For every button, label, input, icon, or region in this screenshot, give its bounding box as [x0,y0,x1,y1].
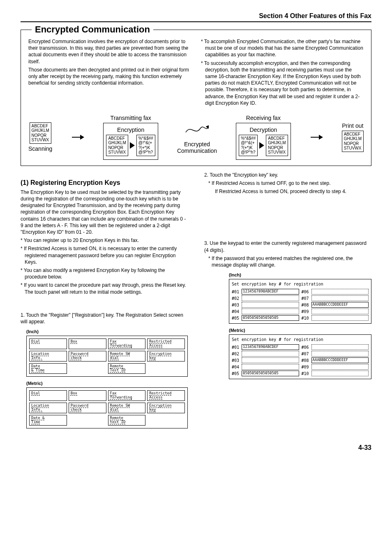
reg-btn-encryption-key[interactable]: Encryption key [147,403,185,413]
page-number: 4-33 [21,444,371,451]
enc-slot-04[interactable] [242,364,299,370]
enc-id-08: #08 [302,358,309,363]
plain-text-box-4: ABCDEF GHIJKLM NOPQR STUVWX [342,131,364,152]
register-para: The Encryption Key to be used must be se… [21,189,188,235]
enc-slot-08[interactable]: AAABBBCCCDDDEEEF [311,357,369,363]
reg-btn-date-time[interactable]: Date & Time [29,415,67,426]
register-note-2: * If Restricted Access is turned ON, it … [21,245,188,265]
enc-slot-07[interactable] [311,295,369,301]
caption-decryption: Decryption [239,127,288,133]
plain-text-box-3: ABCDEF GHIJKLM NOPQR STUVWX [266,135,288,156]
reg-btn-box[interactable]: Box [69,390,106,401]
reg-btn-remote-test-id[interactable]: Remote test ID [108,415,146,426]
cipher-text-box-1: %*&$## @!^&(+ ?(+*)K @!P^h? [136,135,155,156]
reg-btn-encryption-key[interactable]: Encryption key [147,351,185,362]
enc-screen-inch: Set encryption key # for registration #0… [229,279,371,324]
enc-id-07: #07 [302,296,309,301]
svg-marker-2 [130,142,135,149]
reg-btn-password-check[interactable]: Password check [69,351,106,362]
triangle-right-icon [259,142,264,149]
reg-btn-fax-forwarding[interactable]: Fax forwarding [108,339,146,349]
label-metric: (Metric) [229,328,371,333]
enc-slot-03[interactable] [242,302,299,308]
reg-btn-dial[interactable]: Dial [29,339,67,349]
label-inch: (Inch) [229,272,371,277]
label-metric: (Metric) [26,381,188,386]
register-note-3: * You can also modify a registered Encry… [21,267,188,280]
intro-right-1: * To accomplish Encrypted Communication,… [201,38,364,58]
enc-slot-03[interactable] [242,357,299,363]
enc-slot-07[interactable] [311,351,369,357]
reg-btn-fax-forwarding[interactable]: Fax forwarding [108,390,146,401]
caption-printout: Print out [342,122,364,129]
enc-id-05: #05 [232,371,239,376]
reg-screen-inch: Dial Box Fax forwarding Restricted Acces… [26,336,188,377]
enc-screen-title: Set encryption key # for registration [232,282,369,286]
enc-id-09: #09 [302,365,309,369]
reg-btn-date-time[interactable]: Date & Time [29,363,67,374]
enc-id-03: #03 [232,358,239,363]
caption-scanning: Scanning [28,145,52,152]
caption-transmitting: Transmitting fax [103,115,158,121]
triangle-right-icon [130,142,135,149]
step-2-note-2: If Restricted Access is turned ON, proce… [204,188,371,195]
main-box: Encrypted Communication Encrypted Commun… [21,30,371,166]
enc-id-09: #09 [302,309,309,314]
reg-btn-password-check[interactable]: Password check [69,403,106,413]
enc-id-04: #04 [232,365,239,369]
arrow-right-icon [71,133,84,141]
arrow-right-icon [310,133,323,141]
step-3: 3. Use the keypad to enter the currently… [204,240,371,253]
enc-id-02: #02 [232,296,239,301]
reg-btn-remote-test-id[interactable]: Remote Test ID [108,363,146,374]
enc-id-03: #03 [232,303,239,307]
svg-marker-6 [319,135,323,140]
reg-btn-remote-sw-dial[interactable]: Remote SW dial [108,351,146,362]
enc-slot-05[interactable]: 0505050505050505 [242,371,299,376]
enc-slot-04[interactable] [242,309,299,314]
enc-id-04: #04 [232,309,239,314]
step-3-note: * If the password that you entered match… [204,255,371,268]
caption-encrypted-comm: Encrypted Communication [177,141,217,154]
reg-screen-metric: Dial Box Fax forwarding Restricted Acces… [26,387,188,428]
reg-btn-box[interactable]: Box [69,339,106,349]
intro-left-1: Encrypted Communication involves the enc… [28,38,191,65]
enc-id-01: #01 [232,290,239,294]
enc-id-06: #06 [302,345,309,350]
section-header: Section 4 Other Features of this Fax [21,12,371,22]
reg-btn-remote-sw-dial[interactable]: Remote SW dial [108,403,146,413]
subheading-register-keys: (1) Registering Encryption Keys [21,179,188,187]
caption-encryption: Encryption [106,127,155,133]
intro-left-2: Those documents are then decrypted and p… [28,67,191,87]
register-note-4: * If you want to cancel the procedure pa… [21,282,188,295]
enc-id-05: #05 [232,316,239,320]
enc-slot-01[interactable]: 1234567890ABCDEF [242,289,299,295]
enc-id-06: #06 [302,290,309,294]
enc-id-01: #01 [232,345,239,350]
enc-slot-09[interactable] [311,309,369,314]
enc-slot-05[interactable]: 0505050505050505 [242,315,299,321]
label-inch: (Inch) [26,329,188,334]
reg-btn-restricted-access[interactable]: Restricted Access [147,339,185,349]
svg-marker-4 [259,142,264,149]
reg-btn-location-info[interactable]: Location Info. [29,351,67,362]
svg-marker-1 [80,135,84,140]
enc-id-10: #10 [302,316,309,320]
enc-slot-10[interactable] [311,371,369,376]
enc-id-02: #02 [232,352,239,356]
enc-slot-06[interactable] [311,344,369,350]
enc-slot-06[interactable] [311,289,369,295]
enc-slot-08[interactable]: AAABBBCCCDDDEEEF [311,302,369,308]
enc-slot-02[interactable] [242,295,299,301]
enc-slot-09[interactable] [311,364,369,370]
reg-btn-restricted-access[interactable]: Restricted Access [147,390,185,401]
reg-btn-dial[interactable]: Dial [29,390,67,401]
reg-btn-location-info[interactable]: Location Info. [29,403,67,413]
caption-receiving: Receiving fax [236,115,291,121]
diagram: ABCDEF GHIJKLM NOPQR STUVWX Scanning Tra… [28,115,364,160]
enc-slot-10[interactable] [311,315,369,321]
enc-screen-metric: Set encryption key # for registration #0… [229,334,371,379]
enc-slot-02[interactable] [242,351,299,357]
enc-slot-01[interactable]: 1234567890ABCDEF [242,344,299,350]
register-note-1: * You can register up to 20 Encryption K… [21,237,188,244]
